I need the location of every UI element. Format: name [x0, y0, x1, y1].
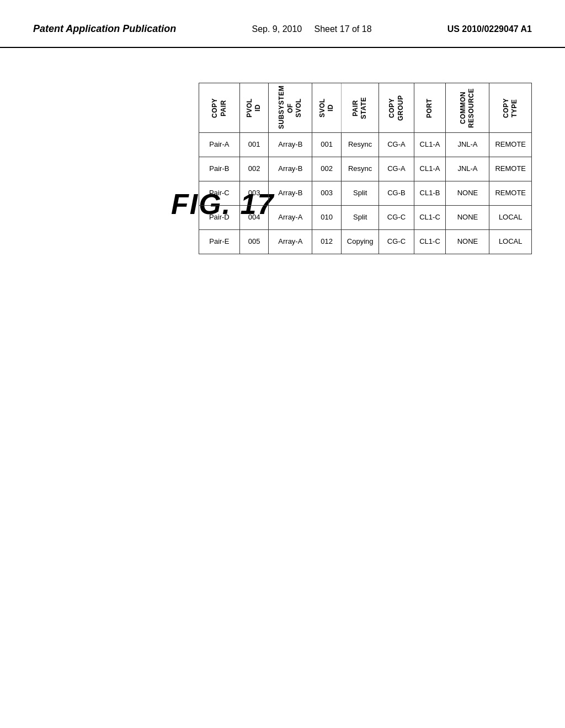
cell-subsystem: Array-B — [269, 133, 312, 157]
cell-pair-state: Copying — [341, 230, 379, 254]
cell-copy-type: LOCAL — [489, 230, 532, 254]
col-header-copy-type: COPYTYPE — [489, 83, 532, 133]
cell-copy-group: CG-C — [379, 206, 414, 230]
table-row: Pair-A001Array-B001ResyncCG-ACL1-AJNL-AR… — [199, 133, 532, 157]
cell-copy-type: REMOTE — [489, 181, 532, 206]
cell-svol-id: 002 — [312, 157, 342, 181]
cell-copy-pair: Pair-D — [199, 206, 240, 230]
cell-copy-pair: Pair-E — [199, 230, 240, 254]
cell-copy-pair: Pair-C — [199, 181, 240, 206]
cell-common-resource: NONE — [446, 230, 489, 254]
cell-copy-group: CG-A — [379, 157, 414, 181]
sheet-number: Sheet 17 of 18 — [314, 24, 371, 34]
header-date-sheet: Sep. 9, 2010 Sheet 17 of 18 — [252, 22, 371, 34]
cell-svol-id: 010 — [312, 206, 342, 230]
cell-copy-type: REMOTE — [489, 157, 532, 181]
page-header: Patent Application Publication Sep. 9, 2… — [0, 0, 565, 48]
cell-pvol-id: 003 — [239, 181, 269, 206]
col-header-svol-id: SVOLID — [312, 83, 342, 133]
cell-svol-id: 003 — [312, 181, 342, 206]
cell-copy-type: REMOTE — [489, 133, 532, 157]
cell-port: CL1-A — [414, 133, 446, 157]
cell-pvol-id: 002 — [239, 157, 269, 181]
col-header-pair-state: PAIRSTATE — [341, 83, 379, 133]
cell-copy-group: CG-B — [379, 181, 414, 206]
cell-copy-type: LOCAL — [489, 206, 532, 230]
cell-pair-state: Resync — [341, 133, 379, 157]
table-row: Pair-C003Array-B003SplitCG-BCL1-BNONEREM… — [199, 181, 532, 206]
cell-port: CL1-C — [414, 230, 446, 254]
col-header-copy-pair: COPYPAIR — [199, 83, 240, 133]
cell-common-resource: JNL-A — [446, 157, 489, 181]
patent-number: US 2010/0229047 A1 — [447, 22, 532, 34]
cell-subsystem: Array-A — [269, 206, 312, 230]
cell-port: CL1-C — [414, 206, 446, 230]
cell-pair-state: Split — [341, 181, 379, 206]
cell-svol-id: 001 — [312, 133, 342, 157]
cell-subsystem: Array-A — [269, 230, 312, 254]
cell-copy-group: CG-C — [379, 230, 414, 254]
cell-pvol-id: 005 — [239, 230, 269, 254]
cell-copy-pair: Pair-B — [199, 157, 240, 181]
col-header-subsystem: SUBSYSTEMOFSVOL — [269, 83, 312, 133]
cell-copy-pair: Pair-A — [199, 133, 240, 157]
col-header-pvol-id: PVOLID — [239, 83, 269, 133]
cell-common-resource: NONE — [446, 181, 489, 206]
copy-pair-table: COPYPAIR PVOLID SUBSYSTEMOFSVOL SVOLID P… — [199, 83, 532, 254]
table-body: Pair-A001Array-B001ResyncCG-ACL1-AJNL-AR… — [199, 133, 532, 254]
table-row: Pair-B002Array-B002ResyncCG-ACL1-AJNL-AR… — [199, 157, 532, 181]
publication-title: Patent Application Publication — [33, 22, 176, 36]
cell-subsystem: Array-B — [269, 181, 312, 206]
col-header-port: PORT — [414, 83, 446, 133]
cell-pair-state: Split — [341, 206, 379, 230]
col-header-copy-group: COPYGROUP — [379, 83, 414, 133]
cell-pvol-id: 001 — [239, 133, 269, 157]
cell-port: CL1-B — [414, 181, 446, 206]
data-table-container: COPYPAIR PVOLID SUBSYSTEMOFSVOL SVOLID P… — [199, 83, 532, 254]
cell-svol-id: 012 — [312, 230, 342, 254]
cell-copy-group: CG-A — [379, 133, 414, 157]
cell-common-resource: JNL-A — [446, 133, 489, 157]
table-row: Pair-E005Array-A012CopyingCG-CCL1-CNONEL… — [199, 230, 532, 254]
col-header-common-resource: COMMONRESOURCE — [446, 83, 489, 133]
cell-pvol-id: 004 — [239, 206, 269, 230]
cell-port: CL1-A — [414, 157, 446, 181]
publication-date: Sep. 9, 2010 — [252, 24, 302, 34]
cell-common-resource: NONE — [446, 206, 489, 230]
cell-subsystem: Array-B — [269, 157, 312, 181]
table-header-row: COPYPAIR PVOLID SUBSYSTEMOFSVOL SVOLID P… — [199, 83, 532, 133]
table-row: Pair-D004Array-A010SplitCG-CCL1-CNONELOC… — [199, 206, 532, 230]
cell-pair-state: Resync — [341, 157, 379, 181]
